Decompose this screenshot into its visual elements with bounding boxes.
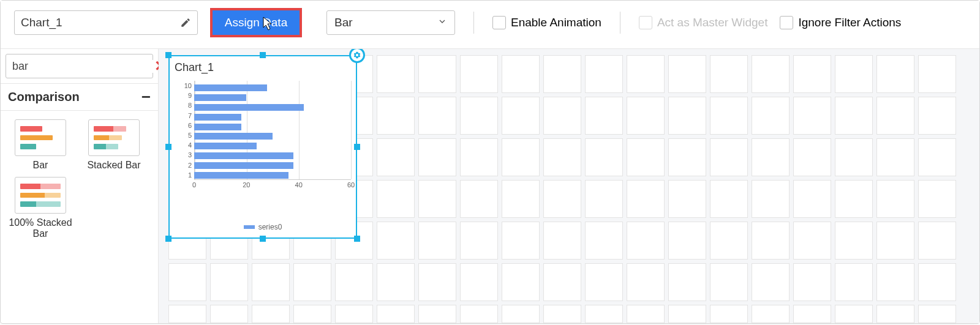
canvas-cell[interactable] (876, 55, 914, 93)
canvas-cell[interactable] (918, 138, 956, 176)
canvas-cell[interactable] (585, 138, 623, 176)
canvas-cell[interactable] (502, 305, 540, 323)
canvas-cell[interactable] (543, 55, 581, 93)
chart-widget[interactable]: Chart_1 12345678910 0204060 series0 (168, 55, 357, 239)
canvas-cell[interactable] (627, 138, 665, 176)
canvas-cell[interactable] (710, 222, 748, 260)
canvas-cell[interactable] (627, 222, 665, 260)
canvas-cell[interactable] (668, 305, 706, 323)
canvas-cell[interactable] (460, 55, 498, 93)
checkbox-box[interactable] (492, 16, 506, 29)
canvas-cell[interactable] (502, 138, 540, 176)
canvas-cell[interactable] (252, 263, 290, 301)
assign-data-button[interactable]: Assign Data (210, 8, 302, 37)
canvas-cell[interactable] (793, 263, 831, 301)
canvas-cell[interactable] (585, 180, 623, 218)
canvas-cell[interactable] (835, 97, 873, 135)
canvas-cell[interactable] (585, 263, 623, 301)
canvas-cell[interactable] (543, 180, 581, 218)
canvas-cell[interactable] (835, 180, 873, 218)
canvas-cell[interactable] (418, 55, 456, 93)
canvas-cell[interactable] (627, 180, 665, 218)
resize-handle[interactable] (260, 236, 266, 242)
canvas-cell[interactable] (752, 55, 790, 93)
canvas-cell[interactable] (876, 263, 914, 301)
canvas-cell[interactable] (793, 305, 831, 323)
canvas-cell[interactable] (627, 55, 665, 93)
canvas-cell[interactable] (543, 263, 581, 301)
canvas-cell[interactable] (502, 263, 540, 301)
canvas-cell[interactable] (460, 305, 498, 323)
resize-handle[interactable] (165, 144, 172, 150)
canvas-cell[interactable] (918, 222, 956, 260)
canvas-cell[interactable] (585, 97, 623, 135)
canvas-cell[interactable] (418, 305, 456, 323)
canvas-cell[interactable] (752, 222, 790, 260)
collapse-icon[interactable]: − (141, 88, 151, 106)
canvas-cell[interactable] (752, 180, 790, 218)
canvas-cell[interactable] (793, 55, 831, 93)
canvas-cell[interactable] (835, 138, 873, 176)
canvas-cell[interactable] (835, 305, 873, 323)
canvas-cell[interactable] (627, 263, 665, 301)
canvas-cell[interactable] (543, 97, 581, 135)
canvas-cell[interactable] (876, 305, 914, 323)
canvas-cell[interactable] (543, 222, 581, 260)
ignore-filter-checkbox[interactable]: Ignore Filter Actions (780, 16, 901, 29)
canvas-cell[interactable] (377, 263, 415, 301)
canvas-cell[interactable] (752, 138, 790, 176)
canvas-cell[interactable] (210, 305, 248, 323)
chart-name-input[interactable] (21, 16, 180, 29)
canvas-cell[interactable] (668, 180, 706, 218)
canvas-cell[interactable] (918, 97, 956, 135)
canvas-cell[interactable] (502, 55, 540, 93)
canvas-cell[interactable] (377, 305, 415, 323)
canvas-cell[interactable] (377, 138, 415, 176)
canvas-cell[interactable] (418, 97, 456, 135)
canvas-cell[interactable] (335, 305, 373, 323)
canvas-cell[interactable] (710, 97, 748, 135)
resize-handle[interactable] (165, 236, 172, 242)
canvas-cell[interactable] (918, 180, 956, 218)
canvas-cell[interactable] (627, 305, 665, 323)
canvas-cell[interactable] (168, 305, 206, 323)
resize-handle[interactable] (354, 236, 360, 242)
canvas-cell[interactable] (293, 263, 331, 301)
canvas-cell[interactable] (502, 222, 540, 260)
thumb-bar[interactable]: Bar (7, 119, 74, 171)
canvas-cell[interactable] (460, 222, 498, 260)
resize-handle[interactable] (165, 52, 172, 58)
canvas-cell[interactable] (627, 97, 665, 135)
canvas-cell[interactable] (835, 55, 873, 93)
canvas-cell[interactable] (793, 138, 831, 176)
canvas-cell[interactable] (793, 222, 831, 260)
canvas-cell[interactable] (876, 138, 914, 176)
canvas-cell[interactable] (418, 222, 456, 260)
canvas-cell[interactable] (835, 222, 873, 260)
canvas-cell[interactable] (585, 222, 623, 260)
canvas-cell[interactable] (668, 222, 706, 260)
canvas-cell[interactable] (210, 263, 248, 301)
canvas-cell[interactable] (710, 55, 748, 93)
canvas-cell[interactable] (460, 138, 498, 176)
canvas-cell[interactable] (377, 55, 415, 93)
canvas-cell[interactable] (543, 305, 581, 323)
canvas-cell[interactable] (502, 97, 540, 135)
canvas-cell[interactable] (460, 97, 498, 135)
canvas-cell[interactable] (668, 263, 706, 301)
canvas-cell[interactable] (752, 263, 790, 301)
canvas-cell[interactable] (418, 180, 456, 218)
canvas-cell[interactable] (252, 305, 290, 323)
canvas-cell[interactable] (668, 55, 706, 93)
canvas-cell[interactable] (710, 138, 748, 176)
canvas-cell[interactable] (918, 55, 956, 93)
canvas-cell[interactable] (710, 305, 748, 323)
canvas-cell[interactable] (460, 180, 498, 218)
canvas-cell[interactable] (918, 263, 956, 301)
canvas-cell[interactable] (377, 180, 415, 218)
sidebar-search[interactable]: ✕ (6, 54, 153, 78)
checkbox-box[interactable] (780, 16, 793, 29)
canvas-cell[interactable] (876, 222, 914, 260)
enable-animation-checkbox[interactable]: Enable Animation (492, 16, 601, 29)
canvas-cell[interactable] (876, 180, 914, 218)
